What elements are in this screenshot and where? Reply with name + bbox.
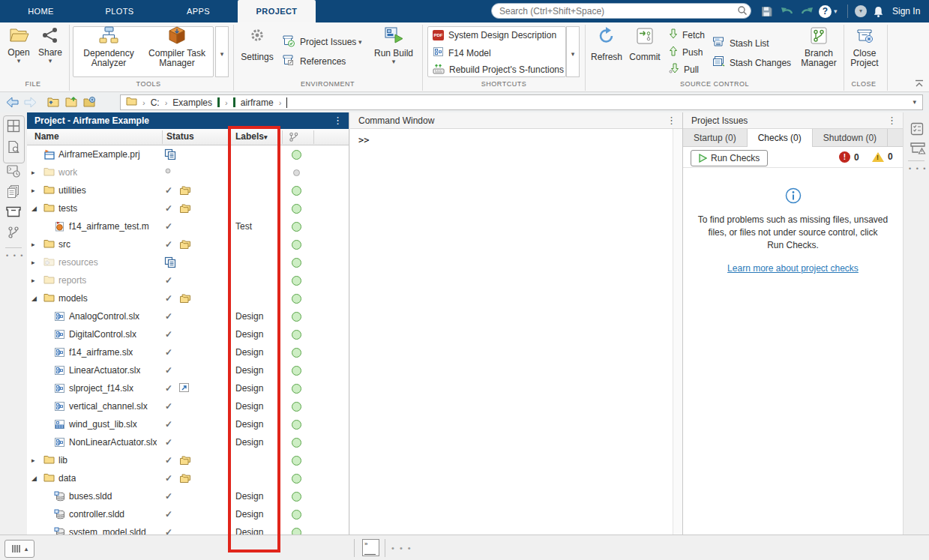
collapse-arrow-icon[interactable]: ◢	[31, 289, 40, 307]
shortcut-system-design-description[interactable]: PDF System Design Description	[433, 30, 556, 40]
tab-apps[interactable]: APPS	[159, 0, 238, 22]
command-window-scrollbar[interactable]	[673, 129, 682, 535]
learn-more-link[interactable]: Learn more about project checks	[683, 262, 903, 275]
issues-board-icon[interactable]	[910, 141, 926, 158]
pull-button[interactable]: Pull	[669, 63, 699, 76]
open-button[interactable]: Open▾	[3, 26, 34, 64]
push-button[interactable]: Push	[669, 46, 703, 58]
tree-row-AnalogControl.slx[interactable]: AnalogControl.slx✓Design	[27, 307, 339, 325]
shortcut-f14-model[interactable]: F14 Model	[433, 46, 491, 59]
account-menu-icon[interactable]: ▾	[855, 4, 867, 18]
project-issues-button[interactable]: Project Issues	[282, 34, 356, 49]
tree-row-utilities[interactable]: ▸utilities✓	[27, 181, 339, 199]
tree-row-tests[interactable]: ◢tests✓	[27, 199, 339, 217]
tree-row-lib[interactable]: ▸lib✓	[27, 451, 339, 469]
share-button[interactable]: Share▾	[34, 26, 66, 64]
fetch-button[interactable]: Fetch	[669, 28, 705, 41]
back-icon[interactable]	[6, 97, 19, 110]
save-icon[interactable]	[760, 4, 773, 18]
tree-row-work[interactable]: ▸work	[27, 163, 339, 181]
command-prompt[interactable]: >>	[358, 135, 369, 145]
tree-row-reports[interactable]: ▸reports✓	[27, 271, 339, 289]
expand-arrow-icon[interactable]: ▸	[31, 235, 40, 253]
tree-row-resources[interactable]: ▸resources	[27, 253, 339, 271]
close-project-button[interactable]: Close Project	[846, 26, 883, 68]
column-divider[interactable]	[229, 130, 230, 144]
search-input[interactable]	[491, 3, 751, 19]
tree-row-data[interactable]: ◢data✓	[27, 469, 339, 487]
redo-icon[interactable]	[799, 4, 814, 18]
folder-up-icon[interactable]	[46, 96, 60, 110]
crumb-examples[interactable]: Examples	[172, 97, 212, 108]
stash-changes-button[interactable]: Stash Changes	[712, 55, 791, 70]
collapse-ribbon-icon[interactable]	[915, 79, 924, 90]
commit-button[interactable]: Commit	[627, 26, 663, 62]
column-header-status[interactable]: Status	[166, 129, 194, 145]
tree-row-AirframeExample.prj[interactable]: AirframeExample.prj	[27, 145, 339, 163]
notifications-bell-icon[interactable]	[873, 4, 884, 18]
tree-row-system_model.sldd[interactable]: system_model.sldd✓Design	[27, 523, 339, 535]
tree-row-f14_airframe.slx[interactable]: f14_airframe.slx✓Design	[27, 343, 339, 361]
collapse-arrow-icon[interactable]: ◢	[31, 469, 40, 487]
expand-arrow-icon[interactable]: ▸	[31, 271, 40, 289]
project-panel-icon[interactable]	[5, 204, 22, 220]
tab-checks[interactable]: Checks (0)	[748, 129, 813, 148]
layout-grid-icon[interactable]	[6, 118, 21, 136]
tab-shutdown[interactable]: Shutdown (0)	[813, 129, 888, 147]
column-divider[interactable]	[282, 130, 283, 144]
run-checks-button[interactable]: Run Checks	[691, 150, 768, 166]
tree-row-NonLinearActuator.slx[interactable]: NonLinearActuator.slx✓Design	[27, 433, 339, 451]
breadcrumb-dropdown[interactable]: ▾	[913, 99, 916, 106]
tab-home[interactable]: HOME	[1, 0, 80, 22]
folder-new-icon[interactable]	[64, 96, 78, 110]
dependency-analyzer-button[interactable]: Dependency Analyzer	[76, 26, 142, 68]
column-header-labels[interactable]: Labels	[235, 129, 264, 145]
more-panels-icon[interactable]: • • •	[6, 252, 24, 259]
tab-startup[interactable]: Startup (0)	[683, 129, 748, 147]
refresh-button[interactable]: Refresh	[589, 26, 624, 62]
shortcut-rebuild-sfunctions[interactable]: Rebuild Project's S-functions	[433, 63, 564, 76]
forward-icon[interactable]	[24, 97, 37, 110]
tree-row-controller.sldd[interactable]: controller.sldd✓Design	[27, 505, 339, 523]
breadcrumb[interactable]: › C: › Examples › airframe › ▾	[120, 94, 923, 110]
folder-cloud-icon[interactable]	[82, 96, 97, 110]
collapse-arrow-icon[interactable]: ◢	[31, 199, 40, 217]
minimized-command-window-icon[interactable]: »	[362, 539, 379, 556]
search-icon[interactable]	[737, 5, 748, 18]
panel-menu-icon[interactable]: ⋮	[887, 112, 897, 129]
crumb-airframe[interactable]: airframe	[241, 97, 274, 108]
branch-manager-button[interactable]: Branch Manager	[798, 26, 840, 68]
crumb-drive[interactable]: C:	[151, 97, 160, 108]
tree-row-f14_airframe_test.m[interactable]: f14_airframe_test.m✓Test	[27, 217, 339, 235]
settings-button[interactable]: Settings	[238, 26, 276, 62]
panel-menu-icon[interactable]: ⋮	[667, 112, 676, 129]
panel-menu-icon[interactable]: ⋮	[333, 112, 343, 129]
help-icon[interactable]: ?▾	[819, 4, 838, 18]
tree-row-wind_gust_lib.slx[interactable]: wind_gust_lib.slx✓Design	[27, 415, 339, 433]
command-history-icon[interactable]	[6, 163, 21, 181]
tree-row-LinearActuator.slx[interactable]: LinearActuator.slx✓Design	[27, 361, 339, 379]
tree-row-src[interactable]: ▸src✓	[27, 235, 339, 253]
expand-arrow-icon[interactable]: ▸	[31, 253, 40, 271]
expand-arrow-icon[interactable]: ▸	[31, 181, 40, 199]
project-issues-dropdown[interactable]: ▾	[358, 39, 362, 46]
more-minimized-panels-icon[interactable]: • • •	[391, 544, 412, 553]
tab-project[interactable]: PROJECT	[238, 0, 316, 22]
run-build-button[interactable]: Run Build▾	[372, 26, 415, 65]
details-panel-button[interactable]: ▴	[4, 540, 34, 558]
document-search-icon[interactable]	[6, 139, 21, 157]
tree-row-slproject_f14.slx[interactable]: slproject_f14.slx✓Design	[27, 379, 339, 397]
column-divider[interactable]	[162, 130, 163, 144]
more-panels-icon[interactable]: • • •	[909, 165, 927, 172]
tab-plots[interactable]: PLOTS	[80, 0, 159, 22]
tree-row-models[interactable]: ◢models✓	[27, 289, 339, 307]
undo-icon[interactable]	[780, 4, 795, 18]
tree-row-buses.sldd[interactable]: buses.sldd✓Design	[27, 487, 339, 505]
stash-list-button[interactable]: Stash List	[712, 36, 769, 50]
shortcuts-gallery-dropdown[interactable]: ▾	[566, 26, 580, 77]
checks-list-icon[interactable]	[910, 121, 925, 139]
labels-sort-dropdown-icon[interactable]: ▾	[264, 130, 268, 145]
source-control-branch-icon[interactable]	[6, 225, 21, 242]
column-divider[interactable]	[313, 130, 314, 144]
column-header-name[interactable]: Name	[34, 129, 59, 145]
